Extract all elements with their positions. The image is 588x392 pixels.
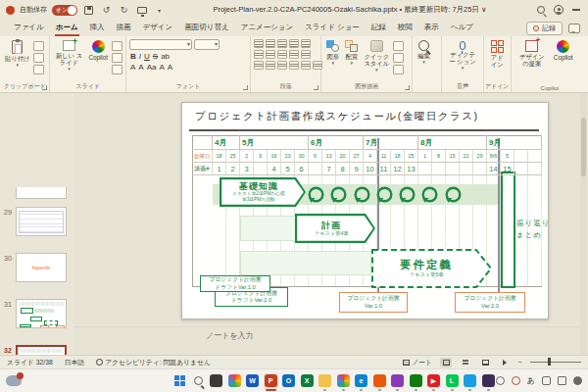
taskbar-app-powerpoint[interactable]: P: [264, 373, 278, 389]
date-cell-16[interactable]: 8: [432, 150, 446, 163]
tab-6[interactable]: アニメーション: [235, 20, 300, 36]
account-button[interactable]: [552, 4, 564, 17]
zoom-out-button[interactable]: −: [518, 359, 522, 366]
search-button[interactable]: [534, 4, 547, 17]
normal-view-button[interactable]: [440, 358, 452, 368]
date-cell-2[interactable]: 2: [240, 150, 254, 163]
date-cell-12[interactable]: 11: [377, 150, 391, 163]
lecture-cell-19[interactable]: [473, 163, 487, 175]
lecture-cell-23[interactable]: [528, 163, 542, 175]
paragraph-button-0-3[interactable]: [289, 39, 299, 48]
review-summary-label[interactable]: 振り返り まとめ: [516, 218, 550, 241]
font-extra-button-3[interactable]: A: [160, 63, 165, 72]
date-cell-15[interactable]: 1: [418, 150, 432, 163]
app-icon[interactable]: [6, 6, 15, 15]
font-style-button-0[interactable]: B: [130, 52, 136, 61]
lecture-cell-13[interactable]: 12: [391, 163, 405, 175]
date-cell-21[interactable]: 5: [501, 150, 514, 163]
lecture-cell-1[interactable]: 2: [226, 163, 240, 175]
font-extra-button-0[interactable]: A: [130, 63, 135, 72]
date-cell-11[interactable]: 4: [364, 150, 377, 163]
date-cell-18[interactable]: 22: [460, 150, 473, 163]
date-cell-9[interactable]: 20: [336, 150, 350, 163]
lecture-cell-11[interactable]: 10: [364, 163, 377, 175]
slide-canvas[interactable]: プロジェクト計画書作成スケジュール(金曜日クラス) 4月5月6月7月8月9月金曜…: [181, 102, 549, 319]
arrange-button[interactable]: 配置▾: [343, 39, 360, 68]
weather-widget-icon[interactable]: [6, 375, 22, 386]
loop-icon-1[interactable]: [329, 185, 348, 204]
cut-button[interactable]: [33, 41, 44, 51]
lecture-cell-14[interactable]: 13: [405, 163, 418, 175]
date-cell-5[interactable]: 23: [281, 150, 295, 163]
paragraph-button-0-1[interactable]: [266, 39, 275, 48]
paragraph-button-2-2[interactable]: [277, 61, 287, 70]
taskbar-app-search[interactable]: [191, 373, 206, 389]
date-cell-20[interactable]: 8/6: [487, 150, 501, 163]
thumbnail-preview-30[interactable]: Appendix: [16, 253, 67, 282]
thumbnail-preview-29[interactable]: [16, 207, 67, 236]
font-style-button-3[interactable]: S: [153, 52, 158, 61]
comments-icon[interactable]: [568, 24, 580, 33]
sync-tray-icon[interactable]: [496, 376, 505, 385]
editing-button[interactable]: 編集▾: [416, 39, 432, 67]
qat-customize-button[interactable]: ▾: [153, 4, 166, 17]
loop-icon-6[interactable]: [444, 185, 463, 204]
date-cell-4[interactable]: 16: [268, 150, 281, 163]
taskbar-app-edge[interactable]: e: [354, 373, 368, 389]
thumbnail-slide-29[interactable]: 29: [0, 207, 74, 250]
paragraph-button-2-3[interactable]: [289, 61, 299, 70]
drawing-dialog-launcher[interactable]: [405, 85, 410, 90]
foundation-chevron[interactable]: 基礎知識 テキスト第2章PMの心得 第3章PMの活動: [220, 177, 306, 207]
date-cell-23[interactable]: [528, 150, 542, 163]
font-dialog-launcher[interactable]: [243, 85, 248, 90]
thumbnail-slide-28-partial[interactable]: [0, 187, 74, 199]
paragraph-button-0-2[interactable]: [277, 39, 287, 48]
design-ideas-button[interactable]: デザイン の提案: [514, 39, 550, 68]
network-tray-icon[interactable]: [512, 376, 520, 385]
date-cell-1[interactable]: 25: [226, 150, 240, 163]
date-cell-17[interactable]: 15: [446, 150, 460, 163]
loop-icon-2[interactable]: [353, 185, 371, 204]
shape-effects-button[interactable]: [393, 65, 404, 74]
deliverable-box-2[interactable]: プロジェクト計画書Var.1.0: [339, 292, 408, 313]
font-style-button-2[interactable]: U: [144, 52, 150, 61]
new-slide-button[interactable]: 新しい スライド▾: [53, 39, 84, 74]
lecture-cell-4[interactable]: 4: [268, 163, 281, 175]
paragraph-button-1-2[interactable]: [277, 50, 287, 59]
thumbnail-preview-31[interactable]: [16, 299, 67, 328]
zoom-slider[interactable]: [530, 362, 581, 363]
copilot-button[interactable]: Copilot: [86, 39, 110, 62]
speaker-icon[interactable]: [558, 376, 566, 385]
lecture-cell-12[interactable]: 11: [377, 163, 391, 175]
taskbar-app-copilot-app[interactable]: [227, 373, 242, 389]
font-style-button-1[interactable]: I: [139, 52, 141, 61]
font-extra-button-4[interactable]: A: [168, 63, 172, 72]
date-cell-22[interactable]: [514, 150, 528, 163]
paragraph-button-1-3[interactable]: [289, 50, 299, 59]
tab-11[interactable]: ヘルプ: [445, 20, 479, 36]
save-button[interactable]: [82, 4, 95, 17]
taskbar-app-line[interactable]: L: [445, 373, 460, 389]
deliverable-box-3[interactable]: プロジェクト計画書Var.2.0: [455, 292, 525, 313]
taskbar-app-app-dark[interactable]: [481, 373, 496, 389]
date-cell-13[interactable]: 18: [391, 150, 405, 163]
lecture-cell-20[interactable]: 14: [487, 163, 501, 175]
font-style-button-4[interactable]: ab: [161, 52, 170, 61]
paragraph-button-2-4[interactable]: [301, 61, 311, 70]
taskbar-app-start[interactable]: [172, 373, 187, 389]
vertical-scrollbar[interactable]: [580, 93, 587, 355]
paragraph-dialog-launcher[interactable]: [314, 85, 318, 90]
lecture-cell-18[interactable]: [460, 163, 473, 175]
slide-sorter-view-button[interactable]: [460, 358, 471, 368]
date-cell-8[interactable]: 13: [322, 150, 336, 163]
lecture-cell-22[interactable]: [514, 163, 528, 175]
date-cell-7[interactable]: 6: [309, 150, 322, 163]
reset-button[interactable]: [112, 53, 122, 63]
paragraph-button-2-1[interactable]: [266, 61, 275, 70]
date-cell-19[interactable]: 29: [473, 150, 487, 163]
lecture-cell-21[interactable]: 15: [501, 163, 514, 175]
touch-keyboard-icon[interactable]: [542, 376, 551, 385]
shapes-button[interactable]: 図形▾: [324, 39, 341, 68]
tab-4[interactable]: デザイン: [137, 20, 179, 36]
paste-button[interactable]: 貼り付け▾: [3, 39, 31, 70]
